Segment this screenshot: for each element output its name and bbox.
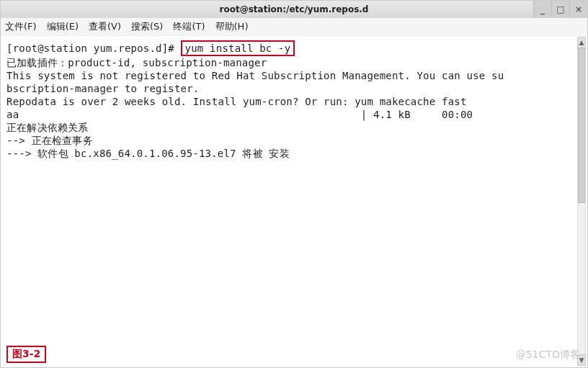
highlighted-command: yum install bc -y [181,40,295,56]
menu-search[interactable]: 搜索(S) [131,20,163,33]
term-line: ---> 软件包 bc.x86_64.0.1.06.95-13.el7 将被 安… [6,148,290,159]
window-controls: _ □ × [533,1,587,18]
menu-file[interactable]: 文件(F) [5,20,37,33]
menu-edit[interactable]: 编辑(E) [47,20,79,33]
titlebar: root@station:/etc/yum.repos.d _ □ × [1,1,587,18]
menubar: 文件(F) 编辑(E) 查看(V) 搜索(S) 终端(T) 帮助(H) [1,18,587,36]
vertical-scrollbar[interactable]: ▲ ▼ [577,37,586,366]
menu-help[interactable]: 帮助(H) [215,20,249,33]
term-line: This system is not registered to Red Hat… [6,70,504,81]
shell-prompt: [root@station yum.repos.d]# [6,42,181,54]
menu-terminal[interactable]: 终端(T) [173,20,205,33]
window-title: root@station:/etc/yum.repos.d [220,4,369,14]
term-line: aa | 4.1 kB 00:00 [6,109,473,120]
scrollbar-track[interactable] [577,47,586,356]
term-line: 正在解决依赖关系 [6,122,89,133]
minimize-button[interactable]: _ [533,1,551,18]
maximize-button[interactable]: □ [551,1,569,18]
terminal-window: root@station:/etc/yum.repos.d _ □ × 文件(F… [0,0,588,368]
scrollbar-thumb[interactable] [578,48,585,203]
watermark: @51CTO博客 [516,349,580,362]
term-line: 已加载插件：product-id, subscription-manager [6,57,267,68]
terminal-output[interactable]: [root@station yum.repos.d]# yum install … [1,36,587,164]
figure-label: 图3-2 [6,346,46,363]
term-line: bscription-manager to register. [6,83,200,94]
menu-view[interactable]: 查看(V) [89,20,121,33]
term-line: Repodata is over 2 weeks old. Install yu… [6,96,467,107]
term-line: --> 正在检查事务 [6,135,93,146]
close-button[interactable]: × [569,1,587,18]
